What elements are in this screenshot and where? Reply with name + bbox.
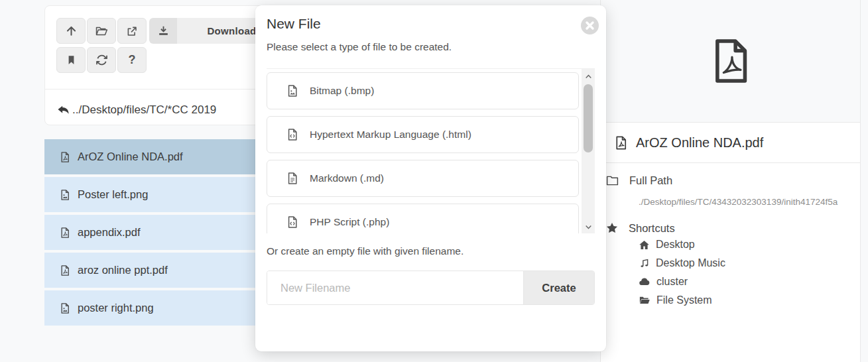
file-type-label: Bitmap (.bmp) <box>310 85 374 97</box>
shortcut-cluster[interactable]: cluster <box>639 276 860 288</box>
help-icon: ? <box>129 53 136 67</box>
refresh-button[interactable] <box>87 47 116 73</box>
scrollbar[interactable] <box>582 69 595 233</box>
file-pdf-icon <box>59 265 71 276</box>
file-type-list: Bitmap (.bmp) Hypertext Markup Language … <box>267 68 595 233</box>
file-pdf-icon <box>705 35 757 87</box>
file-name: appendix.pdf <box>78 226 141 239</box>
bookmark-icon <box>66 54 77 66</box>
music-icon <box>639 258 650 269</box>
create-button[interactable]: Create <box>523 271 594 304</box>
file-name: ArOZ Online NDA.pdf <box>78 151 183 163</box>
shortcut-desktop-music[interactable]: Desktop Music <box>639 257 860 269</box>
toolbar: Download ? <box>56 18 286 76</box>
scroll-down-icon[interactable] <box>582 221 595 233</box>
breadcrumb-path: ../Desktop/files/TC/*CC 2019 <box>72 103 216 117</box>
folder-icon <box>605 174 619 188</box>
shortcut-label: Desktop Music <box>656 257 725 269</box>
file-pdf-icon <box>59 227 71 239</box>
file-type-markdown[interactable]: Markdown (.md) <box>267 160 579 197</box>
file-explorer-app: Download ? <box>0 0 868 362</box>
modal-note: Or create an empty file with given filen… <box>267 245 464 257</box>
full-path-label: Full Path <box>629 174 672 187</box>
star-icon <box>605 221 619 235</box>
shortcut-label: cluster <box>656 276 688 288</box>
new-file-modal: New File Please select a type of file to… <box>255 5 606 351</box>
cloud-icon <box>639 276 651 288</box>
file-pdf-icon <box>613 135 629 151</box>
file-name: Poster left.png <box>78 188 148 201</box>
shortcuts-label: Shortcuts <box>629 222 675 235</box>
back-arrow-icon <box>56 103 70 117</box>
file-type-php[interactable]: PHP Script (.php) <box>267 204 579 233</box>
selected-file-name: ArOZ Online NDA.pdf <box>636 135 763 151</box>
file-type-label: PHP Script (.php) <box>310 216 389 228</box>
full-path-section: Full Path <box>601 174 860 188</box>
shortcut-file-system[interactable]: File System <box>639 294 860 306</box>
file-type-bitmap[interactable]: Bitmap (.bmp) <box>267 72 579 109</box>
scrollbar-thumb[interactable] <box>584 84 593 152</box>
breadcrumb[interactable]: ../Desktop/files/TC/*CC 2019 <box>56 97 216 123</box>
file-name: aroz online ppt.pdf <box>78 264 168 276</box>
scroll-up-icon[interactable] <box>582 70 595 82</box>
file-image-icon <box>59 189 71 201</box>
properties-body: Full Path ./Desktop/files/TC/43432032303… <box>601 163 860 306</box>
file-text-icon <box>286 172 299 185</box>
file-preview <box>601 0 860 123</box>
file-image-icon <box>59 302 71 314</box>
shortcuts-section: Shortcuts <box>601 221 860 235</box>
file-type-label: Hypertext Markup Language (.html) <box>310 129 471 141</box>
shortcut-label: Desktop <box>656 239 695 251</box>
shortcut-label: File System <box>656 294 712 306</box>
shortcut-desktop[interactable]: Desktop <box>639 239 860 251</box>
file-type-label: Markdown (.md) <box>310 172 384 184</box>
file-image-icon <box>286 84 299 97</box>
file-type-html[interactable]: Hypertext Markup Language (.html) <box>267 116 579 153</box>
folder-open-icon <box>95 25 108 38</box>
help-button[interactable]: ? <box>117 47 147 73</box>
home-icon <box>639 239 650 251</box>
shortcuts-list: Desktop Desktop Music cluster <box>601 239 860 306</box>
file-code-icon <box>286 215 299 229</box>
arrow-up-icon <box>65 25 78 37</box>
new-filename-input[interactable] <box>267 271 523 304</box>
external-link-icon <box>126 25 138 37</box>
file-pdf-icon <box>59 151 71 163</box>
full-path-value: ./Desktop/files/TC/43432032303139/inith4… <box>601 197 860 207</box>
download-icon <box>149 18 177 44</box>
go-up-button[interactable] <box>56 18 86 44</box>
close-icon <box>581 17 599 34</box>
open-external-button[interactable] <box>117 18 147 44</box>
new-filename-row: Create <box>267 271 595 305</box>
refresh-icon <box>95 54 108 66</box>
open-button[interactable] <box>87 18 116 44</box>
folder-open-filled-icon <box>639 294 651 306</box>
file-code-icon <box>286 128 299 141</box>
selected-file-title: ArOZ Online NDA.pdf <box>601 123 860 163</box>
modal-title: New File <box>267 16 321 32</box>
bookmark-button[interactable] <box>56 47 86 73</box>
properties-panel: ArOZ Online NDA.pdf Full Path ./Desktop/… <box>600 0 861 362</box>
file-name: poster right.png <box>78 302 154 314</box>
modal-close-button[interactable] <box>581 17 599 34</box>
modal-subtitle: Please select a type of file to be creat… <box>267 41 452 53</box>
